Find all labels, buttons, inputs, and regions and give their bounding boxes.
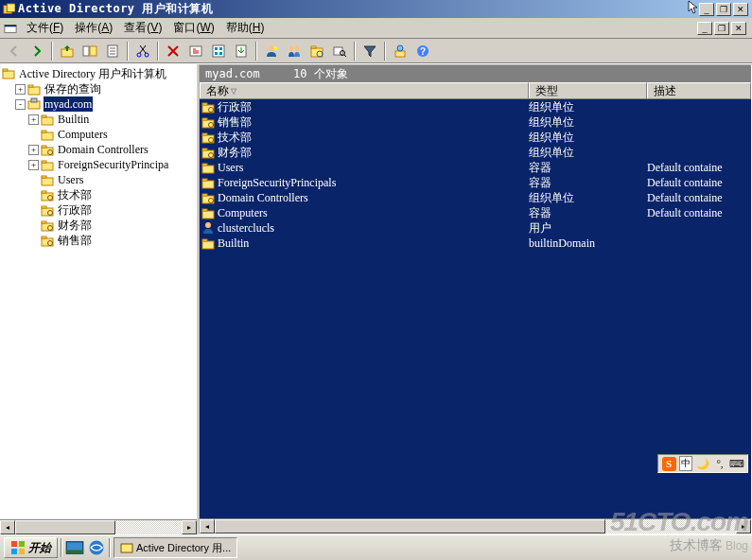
- svg-point-92: [90, 541, 104, 555]
- tree-item[interactable]: 销售部: [2, 233, 197, 248]
- tree-item[interactable]: 财务部: [2, 218, 197, 233]
- svg-rect-33: [3, 71, 14, 79]
- svg-rect-3: [5, 25, 16, 26]
- tree-item[interactable]: +Builtin: [2, 112, 197, 127]
- tree-hscrollbar[interactable]: ◂ ▸: [0, 519, 197, 534]
- back-button[interactable]: [4, 41, 25, 61]
- column-name[interactable]: 名称▽: [200, 82, 529, 98]
- folder-icon: [27, 82, 41, 96]
- minimize-button[interactable]: _: [699, 3, 714, 16]
- new-ou-button[interactable]: [306, 41, 327, 61]
- tree-root[interactable]: Active Directory 用户和计算机: [2, 66, 197, 81]
- svg-rect-44: [42, 146, 46, 148]
- cursor-icon: [688, 0, 699, 18]
- menu-window[interactable]: 窗口(W): [167, 18, 219, 38]
- list-row[interactable]: Users容器Default containe: [200, 160, 751, 175]
- list-row[interactable]: Domain Controllers组织单位Default containe: [200, 190, 751, 205]
- properties-button[interactable]: [102, 41, 123, 61]
- ime-fw-icon[interactable]: °,: [712, 456, 727, 471]
- properties-button-2[interactable]: [185, 41, 206, 61]
- forward-button[interactable]: [26, 41, 47, 61]
- ime-moon-icon[interactable]: 🌙: [695, 456, 710, 471]
- list-hscrollbar[interactable]: ◂ ▸: [200, 518, 751, 534]
- start-button[interactable]: 开始: [4, 537, 58, 558]
- svg-rect-75: [202, 164, 207, 166]
- child-close-button[interactable]: ✕: [731, 22, 746, 35]
- tree-item[interactable]: +保存的查询: [2, 81, 197, 96]
- taskbar-item[interactable]: Active Directory 用...: [114, 537, 237, 558]
- child-restore-button[interactable]: ❐: [714, 22, 729, 35]
- tree-item[interactable]: Computers: [2, 127, 197, 142]
- ime-tray[interactable]: S 中 🌙 °, ⌨: [657, 454, 748, 473]
- scroll-left-button[interactable]: ◂: [200, 519, 215, 534]
- menu-help[interactable]: 帮助(H): [220, 18, 271, 38]
- quick-launch-ie[interactable]: [87, 538, 106, 557]
- scroll-left-button[interactable]: ◂: [0, 520, 15, 534]
- refresh-button[interactable]: [208, 41, 229, 61]
- expand-toggle[interactable]: +: [15, 84, 26, 95]
- svg-point-83: [205, 222, 211, 228]
- new-group-button[interactable]: [284, 41, 305, 61]
- tree-item[interactable]: +Domain Controllers: [2, 142, 197, 157]
- tree-item[interactable]: -myad.com: [2, 96, 197, 112]
- list-row[interactable]: BuiltinbuiltinDomain: [200, 236, 751, 251]
- child-minimize-button[interactable]: _: [697, 22, 712, 35]
- cut-button[interactable]: [132, 41, 153, 61]
- path-bar: myad.com 10 个对象: [200, 65, 751, 82]
- ime-s-icon[interactable]: S: [661, 456, 676, 471]
- row-desc: [647, 130, 751, 145]
- list-row[interactable]: 财务部组织单位: [200, 145, 751, 160]
- list-row[interactable]: ForeignSecurityPrincipals容器Default conta…: [200, 175, 751, 190]
- folder-icon: [41, 128, 54, 141]
- tree-item[interactable]: Users: [2, 172, 197, 187]
- new-user-button[interactable]: [261, 41, 282, 61]
- list-row[interactable]: 行政部组织单位: [200, 99, 751, 114]
- ime-kb-icon[interactable]: ⌨: [729, 456, 744, 471]
- list-row[interactable]: Computers容器Default containe: [200, 205, 751, 220]
- object-count: 10 个对象: [293, 67, 348, 80]
- tree-item-label: 财务部: [57, 218, 93, 233]
- column-desc[interactable]: 描述: [647, 82, 751, 98]
- list-row[interactable]: 技术部组织单位: [200, 130, 751, 145]
- menu-file[interactable]: 文件(F): [21, 18, 69, 38]
- show-hide-button[interactable]: [79, 41, 100, 61]
- list-row[interactable]: clusterclucls用户: [200, 220, 751, 236]
- filter-button[interactable]: [359, 41, 380, 61]
- tree-pane: Active Directory 用户和计算机 +保存的查询-myad.com+…: [0, 64, 199, 534]
- row-desc: Default containe: [647, 190, 751, 205]
- tree-item[interactable]: 技术部: [2, 187, 197, 202]
- expand-toggle[interactable]: +: [28, 114, 39, 125]
- svg-rect-17: [215, 52, 218, 55]
- export-button[interactable]: [231, 41, 252, 61]
- domain-icon: [2, 67, 15, 80]
- svg-text:?: ?: [420, 46, 426, 57]
- row-name: Builtin: [218, 236, 249, 251]
- list-row[interactable]: 销售部组织单位: [200, 114, 751, 130]
- svg-rect-89: [19, 549, 25, 554]
- delete-button[interactable]: [163, 41, 184, 61]
- tree-item[interactable]: +ForeignSecurityPrincipa: [2, 157, 197, 172]
- domain-icon: [27, 97, 41, 111]
- expand-toggle[interactable]: +: [28, 145, 39, 155]
- ou-icon: [41, 188, 54, 201]
- restore-button[interactable]: ❐: [716, 3, 731, 16]
- scroll-right-button[interactable]: ▸: [182, 520, 197, 534]
- close-button[interactable]: ✕: [733, 3, 748, 16]
- find-button[interactable]: [329, 41, 350, 61]
- column-type[interactable]: 类型: [529, 82, 647, 98]
- menu-view[interactable]: 查看(V): [118, 18, 167, 38]
- help-button[interactable]: ?: [412, 41, 433, 61]
- scroll-right-button[interactable]: ▸: [736, 519, 751, 534]
- svg-rect-35: [28, 87, 40, 95]
- task-label: Active Directory 用...: [136, 541, 231, 555]
- menu-action[interactable]: 操作(A): [69, 18, 118, 38]
- quick-launch-desktop[interactable]: [65, 538, 84, 557]
- tree-item[interactable]: 行政部: [2, 202, 197, 218]
- expand-toggle[interactable]: +: [28, 160, 39, 170]
- up-button[interactable]: [57, 41, 78, 61]
- raise-button[interactable]: [390, 41, 411, 61]
- ime-zh-icon[interactable]: 中: [678, 456, 693, 471]
- svg-rect-76: [202, 181, 214, 188]
- expand-toggle[interactable]: -: [15, 99, 26, 110]
- svg-point-12: [145, 53, 149, 57]
